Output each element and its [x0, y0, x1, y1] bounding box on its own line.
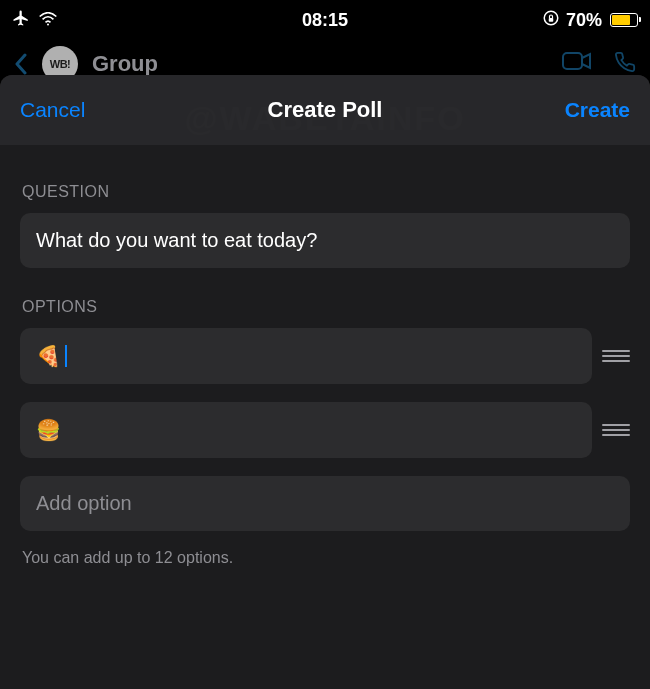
orientation-lock-icon — [542, 9, 560, 32]
text-cursor — [65, 345, 67, 367]
svg-rect-3 — [563, 53, 582, 69]
cancel-button[interactable]: Cancel — [20, 98, 85, 122]
voice-call-icon[interactable] — [614, 51, 636, 77]
option-value: 🍕 — [36, 344, 61, 368]
wifi-icon — [38, 10, 58, 31]
option-value: 🍔 — [36, 418, 61, 442]
svg-rect-2 — [549, 18, 554, 22]
modal-header: Cancel Create Poll Create — [0, 75, 650, 145]
create-poll-modal: @WABETAINFO Cancel Create Poll Create QU… — [0, 75, 650, 689]
battery-percent: 70% — [566, 10, 602, 31]
status-left — [12, 9, 58, 32]
back-icon[interactable] — [14, 53, 28, 75]
options-section-label: OPTIONS — [22, 298, 628, 316]
modal-body: QUESTION What do you want to eat today? … — [0, 145, 650, 689]
add-option-input[interactable]: Add option — [20, 476, 630, 531]
option-input-2[interactable]: 🍔 — [20, 402, 592, 458]
status-bar: 08:15 70% — [0, 0, 650, 40]
modal-title: Create Poll — [268, 97, 383, 123]
airplane-mode-icon — [12, 9, 30, 32]
options-hint: You can add up to 12 options. — [22, 549, 628, 567]
question-input[interactable]: What do you want to eat today? — [20, 213, 630, 268]
option-input-1[interactable]: 🍕 — [20, 328, 592, 384]
question-section-label: QUESTION — [22, 183, 628, 201]
drag-handle-icon[interactable] — [602, 350, 630, 362]
video-call-icon[interactable] — [562, 51, 592, 77]
create-button[interactable]: Create — [565, 98, 630, 122]
add-option-placeholder: Add option — [36, 492, 132, 515]
svg-point-0 — [47, 23, 49, 25]
status-right: 70% — [542, 9, 638, 32]
status-time: 08:15 — [302, 10, 348, 31]
drag-handle-icon[interactable] — [602, 424, 630, 436]
battery-icon — [610, 13, 638, 27]
chat-title[interactable]: Group — [92, 51, 158, 77]
question-value: What do you want to eat today? — [36, 229, 317, 252]
